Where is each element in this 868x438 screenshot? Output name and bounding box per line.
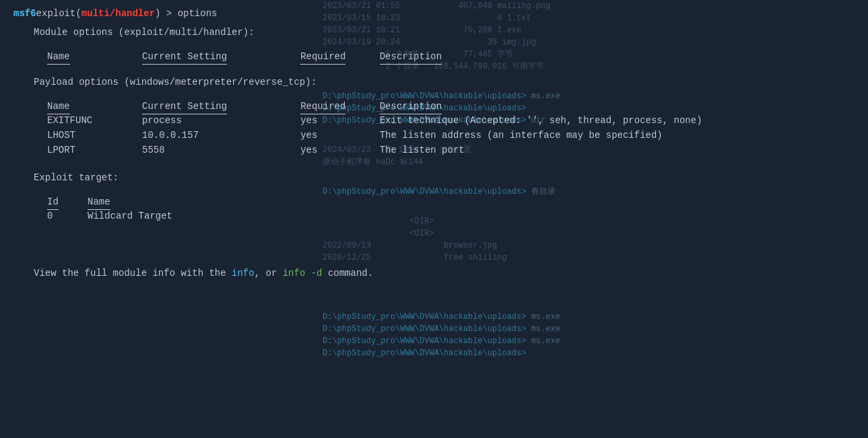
exploit-target-header: Exploit target:: [13, 172, 855, 183]
terminal-content: msf6 exploit( multi/handler ) > options …: [0, 0, 868, 438]
payload-row-required: yes: [300, 128, 380, 143]
payload-row-description: The listen address (an interface may be …: [380, 128, 855, 143]
target-col-id: Id: [47, 195, 88, 209]
prompt-prefix: exploit(: [36, 8, 81, 19]
payload-row-required: yes: [300, 143, 380, 157]
payload-options-table: Name Current Setting Required Descriptio…: [47, 100, 855, 157]
col-header-name: Name: [47, 50, 142, 63]
target-col-name: Name: [88, 195, 215, 209]
footer-suffix: command.: [323, 268, 374, 279]
module-options-header-row: Name Current Setting Required Descriptio…: [47, 50, 855, 63]
exploit-target-table-container: Id Name 0 Wildcard Target: [13, 195, 855, 223]
payload-row-description: The listen port: [380, 143, 855, 157]
msf-label: msf6: [13, 8, 36, 19]
payload-row-required: yes: [300, 113, 380, 128]
payload-col-header-name: Name: [47, 100, 142, 113]
col-header-current-setting: Current Setting: [142, 50, 300, 63]
payload-col-header-description: Description: [380, 100, 855, 113]
multi-handler-label: multi/handler: [81, 8, 155, 19]
target-row-id: 0: [47, 209, 88, 223]
footer-prefix: View the full module info with the: [34, 268, 232, 279]
info-d-link[interactable]: info -d: [283, 268, 323, 279]
target-row-name: Wildcard Target: [88, 209, 215, 223]
info-link[interactable]: info: [232, 268, 255, 279]
exploit-target-table: Id Name 0 Wildcard Target: [47, 195, 215, 223]
module-options-table-container: Name Current Setting Required Descriptio…: [13, 50, 855, 63]
col-header-required: Required: [300, 50, 380, 63]
payload-col-header-current: Current Setting: [142, 100, 300, 113]
module-options-header: Module options (exploit/multi/handler):: [13, 27, 855, 38]
payload-row-name: LHOST: [47, 128, 142, 143]
module-options-table: Name Current Setting Required Descriptio…: [47, 50, 855, 63]
target-row-0: 0 Wildcard Target: [47, 209, 215, 223]
payload-row-name: LPORT: [47, 143, 142, 157]
exploit-target-header-row: Id Name: [47, 195, 215, 209]
payload-option-row-1: LHOST 10.0.0.157 yes The listen address …: [47, 128, 855, 143]
payload-row-current: process: [142, 113, 300, 128]
payload-col-header-required: Required: [300, 100, 380, 113]
payload-options-header-row: Name Current Setting Required Descriptio…: [47, 100, 855, 113]
payload-row-description: Exit technique (Accepted: '', seh, threa…: [380, 113, 855, 128]
col-header-description: Description: [380, 50, 855, 63]
payload-option-row-2: LPORT 5558 yes The listen port: [47, 143, 855, 157]
footer-middle: , or: [255, 268, 283, 279]
payload-options-table-container: Name Current Setting Required Descriptio…: [13, 100, 855, 157]
prompt-line: msf6 exploit( multi/handler ) > options: [13, 5, 855, 19]
payload-row-current: 5558: [142, 143, 300, 157]
payload-row-current: 10.0.0.157: [142, 128, 300, 143]
prompt-suffix: ) > options: [155, 8, 217, 19]
payload-options-header: Payload options (windows/meterpreter/rev…: [13, 77, 855, 87]
payload-option-row-0: EXITFUNC process yes Exit technique (Acc…: [47, 113, 855, 128]
footer-line: View the full module info with the info,…: [13, 268, 855, 279]
payload-row-name: EXITFUNC: [47, 113, 142, 128]
